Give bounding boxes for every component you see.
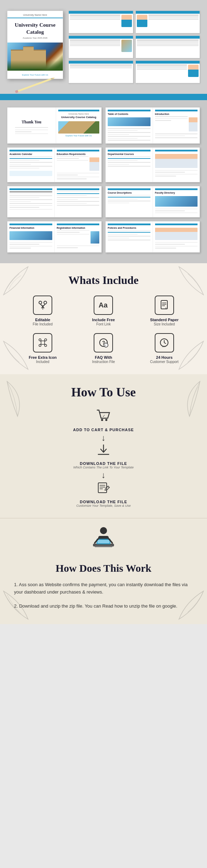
spread-header xyxy=(155,224,198,225)
svg-point-26 xyxy=(104,343,108,347)
icon-sub: Included xyxy=(36,360,49,364)
mini-line xyxy=(70,41,120,42)
toc-title: Table of Contents xyxy=(108,113,151,115)
font-icon-box: Aa xyxy=(94,296,113,315)
mini-line xyxy=(70,43,120,43)
spread-intro-right: Introduction xyxy=(153,108,200,143)
text-line xyxy=(108,238,129,239)
cover-book: University Name Here University Course C… xyxy=(7,11,63,79)
text-line xyxy=(155,136,185,136)
text-line xyxy=(155,120,172,121)
top-section: University Name Here University Course C… xyxy=(0,0,207,94)
accent-line xyxy=(108,158,151,159)
spread-dept-left: Departmental Courses xyxy=(106,148,153,182)
spread-courses-left: Course Descriptions xyxy=(106,186,153,217)
intro-title: Introduction xyxy=(155,113,198,115)
dept-image xyxy=(155,154,198,168)
financial-title: Financial Information xyxy=(9,227,52,229)
edu-title: Education Requirements xyxy=(57,153,100,155)
text-line xyxy=(108,138,138,139)
mini-line xyxy=(70,19,120,20)
step2-label: DOWNLOAD THE FILE xyxy=(80,461,127,466)
edu-image xyxy=(89,157,99,171)
spread-page-right: University Name Here University Course C… xyxy=(56,108,102,143)
mini-line xyxy=(148,18,199,18)
how-step-1: ✓ ADD TO CART & PURCHASE xyxy=(73,408,134,432)
spread-header xyxy=(155,150,198,151)
mini-line xyxy=(70,15,120,15)
feature-font: Aa Include Free Font Link xyxy=(76,296,130,326)
mini-header xyxy=(136,61,200,64)
svg-point-5 xyxy=(44,301,47,304)
mini-line xyxy=(70,66,132,67)
divider-line xyxy=(15,127,48,128)
how-to-use-section: How To Use ✓ ADD TO CART & PURCHASE ↓ xyxy=(0,374,207,518)
work-step2-text: 2. Download and unzip the zip file. You … xyxy=(14,603,193,610)
spread-header xyxy=(57,224,100,225)
text-line xyxy=(9,194,52,194)
text-line xyxy=(108,236,151,237)
leaf-work-left xyxy=(0,588,35,624)
spread-policies-right xyxy=(153,221,200,252)
text-line xyxy=(9,197,39,198)
text-line xyxy=(15,131,32,132)
mini-catalog-title: University Course Catalog xyxy=(58,116,100,119)
text-line xyxy=(57,158,79,159)
mini-body xyxy=(136,64,200,83)
text-line xyxy=(155,210,185,211)
text-line xyxy=(108,160,138,161)
svg-point-18 xyxy=(45,344,47,346)
text-line xyxy=(155,174,198,175)
spread-edu-right: Education Requirements xyxy=(55,148,102,182)
whats-title: Whats Include xyxy=(7,274,200,287)
text-line xyxy=(57,175,78,175)
accent-line xyxy=(57,193,100,194)
mini-page-6 xyxy=(135,60,200,83)
text-line xyxy=(108,164,129,165)
work-step1-text: 1. Ass soon as Website confirms the paym… xyxy=(14,581,193,596)
mini-image xyxy=(137,15,147,27)
financial-image xyxy=(9,231,52,240)
blue-divider xyxy=(0,94,207,100)
text-line xyxy=(155,244,185,245)
text-line xyxy=(9,207,39,208)
text-line xyxy=(155,248,176,248)
thank-you-heading: Thank You xyxy=(21,119,41,125)
preview-section: Thank You University Name Here Universit… xyxy=(0,100,207,263)
mini-page-5 xyxy=(68,60,133,83)
svg-line-30 xyxy=(164,343,166,344)
text-line xyxy=(9,168,39,169)
spread-header xyxy=(108,188,151,190)
svg-text:i: i xyxy=(105,344,106,347)
mini-logo: University Name Here xyxy=(58,113,100,115)
mini-header xyxy=(136,11,200,14)
catalog-cover: University Name Here University Course C… xyxy=(7,11,63,87)
mini-image xyxy=(188,65,199,77)
work-title: How Does This Work xyxy=(7,562,200,574)
spread-departmental: Departmental Courses xyxy=(105,147,200,182)
leaf-how-right xyxy=(175,378,203,421)
leaf-top-left xyxy=(0,263,35,300)
spread-header xyxy=(9,150,52,151)
leaf-bottom-right xyxy=(172,338,207,374)
work-icon xyxy=(7,525,200,561)
text-line xyxy=(9,162,52,163)
how-step-2: DOWNLOAD THE FILE Which Contains The Lin… xyxy=(73,444,134,469)
svg-point-17 xyxy=(39,344,41,346)
intro-image xyxy=(189,117,198,131)
text-line xyxy=(9,246,52,247)
feature-editable: Editable File Included xyxy=(16,296,69,326)
step3-sub: Customize Your Template, Save & Use xyxy=(76,504,131,507)
svg-rect-47 xyxy=(98,540,109,543)
leaf-work-right xyxy=(172,588,207,624)
calendar-title: Academic Calendar xyxy=(9,153,52,155)
svg-rect-0 xyxy=(17,78,52,92)
spread-header xyxy=(108,110,151,111)
mini-person xyxy=(121,15,132,27)
mini-text xyxy=(70,65,132,82)
text-line xyxy=(57,195,87,196)
text-line xyxy=(57,205,100,206)
how-step-3: DOWNLOAD THE FILE Customize Your Templat… xyxy=(76,481,131,507)
cover-subtitle: Academic Year 2025-2026 xyxy=(11,37,59,39)
policies-image xyxy=(155,228,198,240)
